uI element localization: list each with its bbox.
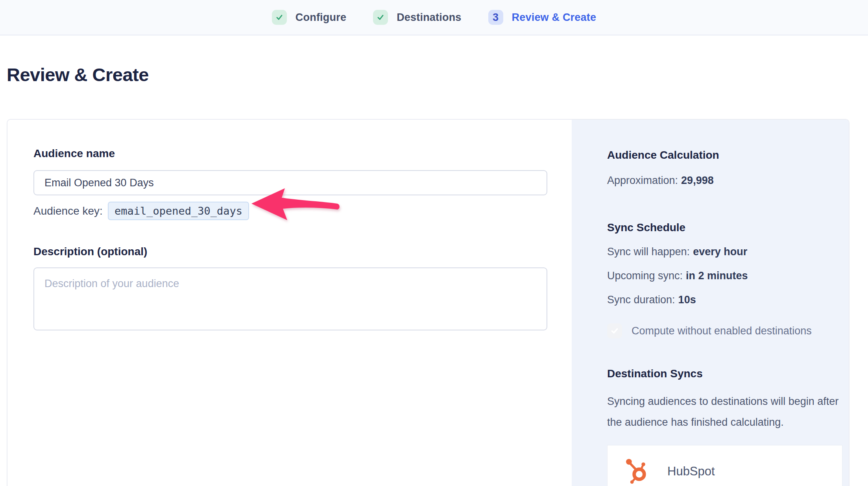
upcoming-sync-label: Upcoming sync: [607,270,683,282]
page-title: Review & Create [7,64,149,85]
audience-key-label: Audience key: [33,205,103,217]
step-label: Destinations [397,11,461,24]
audience-key-row: Audience key: email_opened_30_days [33,202,572,220]
compute-checkbox[interactable] [607,323,622,338]
sync-duration-line: Sync duration:10s [607,294,825,306]
sync-duration-value: 10s [678,294,696,306]
step-review-create[interactable]: 3 Review & Create [488,10,597,25]
description-textarea[interactable] [33,267,547,330]
summary-panel: Audience Calculation Approximation:29,99… [572,120,849,486]
compute-checkbox-label: Compute without enabled destinations [632,325,812,337]
review-card: Audience name Audience key: email_opened… [7,119,850,486]
sync-schedule-title: Sync Schedule [607,221,825,234]
description-label: Description (optional) [33,245,572,258]
check-icon [272,10,287,25]
audience-name-label: Audience name [33,147,572,160]
step-label: Configure [295,11,346,24]
destination-syncs-description: Syncing audiences to destinations will b… [607,391,841,432]
wizard-stepper: Configure Destinations 3 Review & Create [0,0,868,35]
audience-calculation-title: Audience Calculation [607,149,825,161]
audience-form: Audience name Audience key: email_opened… [7,120,572,486]
sync-frequency-label: Sync will happen: [607,246,690,258]
compute-checkbox-row: Compute without enabled destinations [607,323,825,338]
approximation-value: 29,998 [681,174,714,186]
destination-syncs-title: Destination Syncs [607,367,825,380]
step-number-badge: 3 [488,10,503,25]
review-create-page: Configure Destinations 3 Review & Create… [0,0,868,486]
sync-frequency-value: every hour [693,246,747,258]
upcoming-sync-line: Upcoming sync:in 2 minutes [607,270,825,282]
step-destinations[interactable]: Destinations [373,10,461,25]
upcoming-sync-value: in 2 minutes [686,270,748,282]
step-configure[interactable]: Configure [272,10,346,25]
audience-name-input[interactable] [33,170,547,195]
audience-key-value: email_opened_30_days [108,202,249,220]
approximation-label: Approximation: [607,174,678,186]
step-label: Review & Create [512,11,597,24]
destination-hubspot-card[interactable]: HubSpot [607,445,842,486]
sync-duration-label: Sync duration: [607,294,675,306]
sync-frequency-line: Sync will happen:every hour [607,246,825,258]
destination-name: HubSpot [667,464,715,479]
approximation-line: Approximation:29,998 [607,174,825,187]
check-icon [373,10,388,25]
hubspot-logo-icon [624,456,650,486]
